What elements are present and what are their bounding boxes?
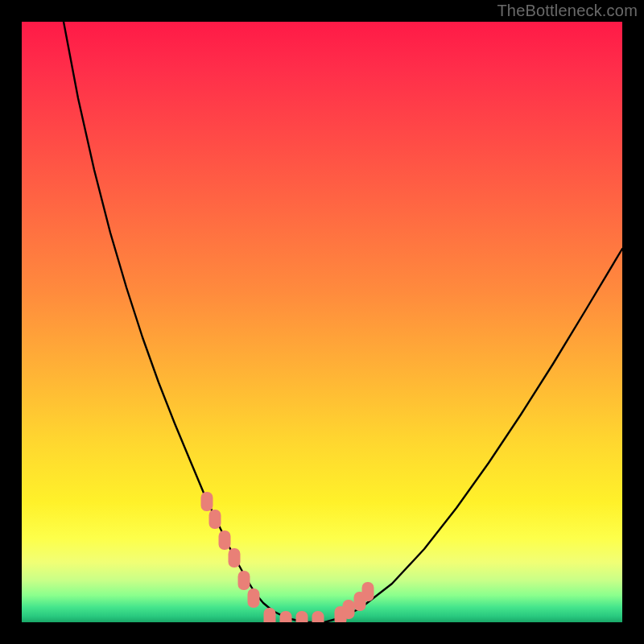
curve-marker [264,608,276,622]
curve-marker [296,611,308,622]
marker-cluster-left [201,492,260,608]
curve-marker [238,571,250,590]
curve-marker [312,611,324,622]
bottleneck-curve-path [64,22,622,622]
curve-marker [209,510,221,529]
curve-marker [280,611,292,622]
plot-svg [22,22,622,622]
curve-marker [229,548,241,568]
watermark-text: TheBottleneck.com [497,2,638,20]
curve-marker [362,582,374,601]
plot-area [22,22,622,622]
curve-marker [248,588,260,608]
curve-marker [219,530,231,550]
curve-marker [201,492,213,511]
curve-marker [343,600,355,619]
chart-frame: TheBottleneck.com [0,0,644,644]
